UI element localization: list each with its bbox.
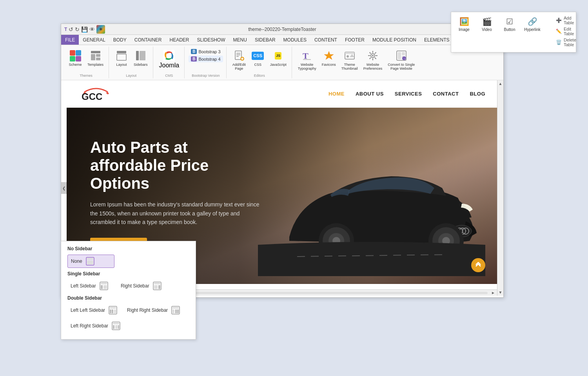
hero-car-area [258,127,485,284]
add-edit-page-icon [233,49,245,62]
svg-rect-75 [177,309,179,313]
sidebar-none-option[interactable]: None [67,255,114,268]
menu-elements[interactable]: ELEMENTS [420,35,454,45]
website-preferences-label: WebsitePreferences [363,63,383,70]
hero-content: Auto Parts at affordable Price Options L… [67,138,286,253]
sidebars-button[interactable]: Sidebars [132,48,150,68]
menu-slideshow[interactable]: SLIDESHOW [193,35,229,45]
delete-table-icon: 🗑️ [556,40,562,45]
left-right-sidebar-option[interactable]: Left Right Sidebar [67,320,124,332]
single-sidebar-options: Left Sidebar Right Sidebar [67,280,189,292]
layout-group-label: Layout [126,74,136,78]
menu-general[interactable]: GENERAL [79,35,109,45]
right-sidebar-icon [152,281,162,291]
image-button[interactable]: 🖼️ Image [454,15,474,47]
favicons-label: Favicons [322,63,336,67]
theme-thumbnail-button[interactable]: ThemeThumbnail [339,48,360,72]
menu-menu[interactable]: MENU [229,35,251,45]
scheme-button[interactable]: Scheme [67,48,84,68]
hyperlink-button[interactable]: 🔗 Hyperlink [523,15,542,47]
convert-single-page-button[interactable]: → Convert to SinglePage Website [386,48,417,72]
favicons-button[interactable]: Favicons [320,48,338,68]
button-label: Button [504,27,515,32]
svg-rect-73 [172,309,174,313]
left-sidebar-option[interactable]: Left Sidebar [67,280,114,292]
convert-single-page-icon: → [395,49,408,62]
menu-sidebar[interactable]: SIDEBAR [251,35,279,45]
css-button[interactable]: CSS CSS [249,48,267,68]
layout-button[interactable]: Layout [113,48,130,68]
toolbar-cms-items: Joomla [157,47,181,76]
menu-file[interactable]: FILE [61,35,79,45]
nav-services[interactable]: SERVICES [395,91,422,97]
add-table-label: Add Table [564,16,576,25]
preview-toggle-button[interactable]: ❮ [61,182,67,194]
right-sidebar-option[interactable]: Right Sidebar [118,280,165,292]
menu-body[interactable]: BODY [109,35,131,45]
svg-rect-80 [118,325,119,329]
svg-rect-3 [96,58,100,60]
bootstrap3-button[interactable]: B Bootstrap 3 [189,48,223,55]
scroll-down-arrow[interactable]: ▼ [497,289,503,296]
nav-home[interactable]: HOME [328,91,345,97]
left-left-sidebar-option[interactable]: Left Left Sidebar [67,304,121,316]
scroll-right-arrow[interactable]: ► [489,290,497,296]
car-svg [258,127,485,276]
nav-contact[interactable]: CONTACT [433,91,459,97]
left-left-sidebar-icon [108,306,118,315]
scroll-up-button[interactable] [471,258,485,272]
website-preferences-button[interactable]: WebsitePreferences [361,48,385,72]
svg-rect-57 [87,260,93,264]
button-button[interactable]: ☑ Button [500,15,519,47]
svg-point-25 [372,55,374,56]
favicons-icon [323,49,335,62]
menu-module-position[interactable]: MODULE POSITION [368,35,420,45]
window-title: theme--200220-TemplateToaster [248,27,316,32]
add-table-action[interactable]: ➕ Add Table [555,15,577,25]
edit-table-icon: ✏️ [556,29,562,34]
bootstrap4-icon: B [191,56,197,61]
bootstrap3-label: Bootstrap 3 [198,49,220,54]
right-right-sidebar-option[interactable]: Right Right Sidebar [124,304,183,316]
nav-about[interactable]: ABOUT US [356,91,384,97]
website-typography-button[interactable]: T WebsiteTypography [296,48,318,72]
css-label: CSS [254,63,261,67]
javascript-button[interactable]: JS JavaScript [268,48,289,68]
menu-modules[interactable]: MODULES [279,35,310,45]
redo-icon[interactable]: ↻ [75,26,80,33]
single-sidebar-title: Single Sidebar [67,271,189,277]
menu-container[interactable]: CONTAINER [131,35,166,45]
nav-blog[interactable]: BLOG [470,91,485,97]
hero-description: Lorem Ipsum has been the industry's stan… [90,200,263,226]
svg-rect-74 [175,309,177,313]
add-edit-page-button[interactable]: Add/EditPage [230,48,248,72]
edit-table-label: Edit Table [564,27,576,36]
svg-text:T: T [303,51,309,61]
preview-icon[interactable]: 👁 [89,26,95,33]
joomla-button[interactable]: Joomla [157,48,181,70]
svg-point-22 [347,55,349,58]
scroll-up-arrow[interactable]: ▲ [497,80,503,87]
svg-rect-1 [91,54,95,60]
layout-icon [115,49,128,62]
bootstrap4-button[interactable]: B Bootstrap 4 [189,56,223,62]
svg-marker-23 [350,54,354,57]
button-icon: ☑ [506,17,513,26]
video-button[interactable]: 🎬 Video [477,15,497,47]
svg-rect-5 [117,54,126,60]
delete-table-action[interactable]: 🗑️ Delete Table [555,37,577,47]
theme-thumbnail-label: ThemeThumbnail [341,63,358,70]
svg-rect-78 [113,325,114,329]
joomla-icon [163,49,175,62]
menu-content[interactable]: CONTENT [310,35,341,45]
menu-header[interactable]: HEADER [166,35,193,45]
save-icon[interactable]: 💾 [81,26,88,33]
preview-scrollbar[interactable]: ▲ ▼ [497,80,503,296]
no-sidebar-options: None [67,255,189,268]
image-icon: 🖼️ [459,17,469,26]
undo-icon[interactable]: ↺ [69,26,73,33]
templates-button[interactable]: Templates [85,48,105,68]
edit-table-action[interactable]: ✏️ Edit Table [555,26,577,36]
sidebars-label: Sidebars [134,63,148,67]
menu-footer[interactable]: FOOTER [341,35,368,45]
